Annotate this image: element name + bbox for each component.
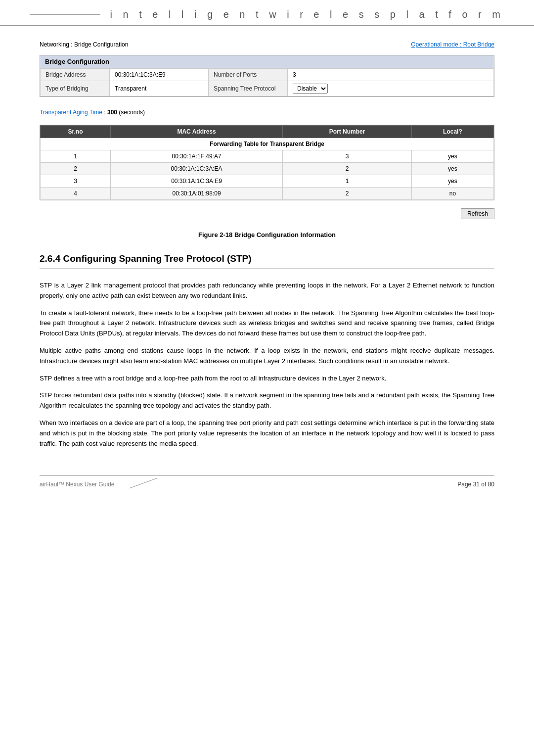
aging-time-unit: (seconds) — [119, 109, 145, 116]
breadcrumb-page: Bridge Configuration — [74, 41, 128, 48]
col-mac: MAC Address — [110, 126, 282, 138]
col-local: Local? — [411, 126, 493, 138]
footer-right: Page 31 of 80 — [457, 481, 494, 488]
col-srno: Sr.no — [41, 126, 111, 138]
cell-port: 3 — [283, 150, 412, 163]
bridge-config-table: Bridge Address 00:30:1A:1C:3A:E9 Number … — [40, 68, 494, 96]
operational-mode-link[interactable]: Operational mode : Root Bridge — [411, 41, 494, 48]
num-ports-value: 3 — [288, 69, 494, 81]
body-paragraphs: STP is a Layer 2 link management protoco… — [40, 281, 494, 449]
num-ports-label: Number of Ports — [209, 69, 288, 81]
footer-divider — [130, 478, 158, 488]
table-row: 400:30:1A:01:98:092no — [41, 188, 494, 200]
cell-port: 1 — [283, 175, 412, 188]
cell-port: 2 — [283, 163, 412, 175]
page-header: i n t e l l i g e n t w i r e l e s s p … — [0, 0, 534, 26]
fwd-table-head: Sr.no MAC Address Port Number Local? — [41, 126, 494, 138]
breadcrumb-prefix: Networking : — [40, 41, 74, 48]
footer-left: airHaul™ Nexus User Guide — [40, 481, 114, 488]
fwd-table-title-row: Forwarding Table for Transparent Bridge — [41, 138, 494, 150]
paragraph-6: When two interfaces on a device are part… — [40, 418, 494, 449]
table-row: 200:30:1A:1C:3A:EA2yes — [41, 163, 494, 175]
cell-mac: 00:30:1A:1C:3A:EA — [110, 163, 282, 175]
type-bridging-value: Transparent — [110, 81, 209, 96]
aging-time-link[interactable]: Transparent Aging Time — [40, 109, 102, 116]
breadcrumb-bar: Networking : Bridge Configuration Operat… — [40, 41, 494, 48]
refresh-row: Refresh — [40, 208, 494, 219]
cell-local: no — [411, 188, 493, 200]
forwarding-table: Forwarding Table for Transparent Bridge … — [40, 125, 494, 200]
cell-srno: 1 — [41, 150, 111, 163]
cell-srno: 4 — [41, 188, 111, 200]
cell-mac: 00:30:1A:1F:49:A7 — [110, 150, 282, 163]
breadcrumb: Networking : Bridge Configuration — [40, 41, 128, 48]
forwarding-table-section: Forwarding Table for Transparent Bridge … — [40, 125, 494, 200]
fwd-table-header-row: Sr.no MAC Address Port Number Local? — [41, 126, 494, 138]
page-footer: airHaul™ Nexus User Guide Page 31 of 80 — [40, 475, 494, 493]
bridge-config-header: Bridge Configuration — [40, 55, 494, 68]
cell-local: yes — [411, 163, 493, 175]
cell-mac: 00:30:1A:1C:3A:E9 — [110, 175, 282, 188]
type-bridging-label: Type of Bridging — [41, 81, 110, 96]
cell-local: yes — [411, 150, 493, 163]
cell-srno: 2 — [41, 163, 111, 175]
table-row: Type of Bridging Transparent Spanning Tr… — [41, 81, 494, 96]
table-row: 100:30:1A:1F:49:A73yes — [41, 150, 494, 163]
refresh-button[interactable]: Refresh — [461, 208, 494, 219]
paragraph-3: Multiple active paths among end stations… — [40, 346, 494, 367]
bridge-address-label: Bridge Address — [41, 69, 110, 81]
paragraph-1: STP is a Layer 2 link management protoco… — [40, 281, 494, 301]
bridge-address-value: 00:30:1A:1C:3A:E9 — [110, 69, 209, 81]
stp-select-cell[interactable]: Disable Enable — [288, 81, 494, 96]
header-title: i n t e l l i g e n t w i r e l e s s p … — [110, 9, 504, 20]
aging-time-colon: : — [102, 109, 107, 116]
cell-mac: 00:30:1A:01:98:09 — [110, 188, 282, 200]
stp-label: Spanning Tree Protocol — [209, 81, 288, 96]
fwd-table-title: Forwarding Table for Transparent Bridge — [41, 138, 494, 150]
aging-time-value: 300 — [107, 109, 117, 116]
table-row: 300:30:1A:1C:3A:E91yes — [41, 175, 494, 188]
cell-port: 2 — [283, 188, 412, 200]
fwd-table-body: 100:30:1A:1F:49:A73yes200:30:1A:1C:3A:EA… — [41, 150, 494, 200]
table-row: Bridge Address 00:30:1A:1C:3A:E9 Number … — [41, 69, 494, 81]
stp-dropdown[interactable]: Disable Enable — [293, 84, 328, 94]
col-port: Port Number — [283, 126, 412, 138]
cell-srno: 3 — [41, 175, 111, 188]
paragraph-2: To create a fault-tolerant network, ther… — [40, 308, 494, 339]
header-line — [30, 14, 100, 15]
figure-caption: Figure 2-18 Bridge Configuration Informa… — [40, 231, 494, 238]
section-heading: 2.6.4 Configuring Spanning Tree Protocol… — [40, 253, 494, 269]
paragraph-4: STP defines a tree with a root bridge an… — [40, 374, 494, 384]
aging-time-section: Transparent Aging Time : 300 (seconds) — [40, 109, 494, 116]
paragraph-5: STP forces redundant data paths into a s… — [40, 390, 494, 411]
page-content: Networking : Bridge Configuration Operat… — [0, 26, 534, 475]
cell-local: yes — [411, 175, 493, 188]
bridge-config-section: Bridge Configuration Bridge Address 00:3… — [40, 55, 494, 97]
